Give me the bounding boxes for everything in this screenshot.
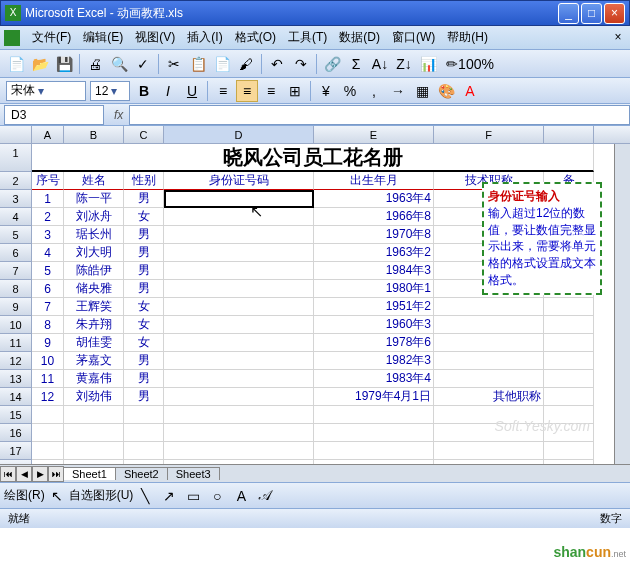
row-header[interactable]: 13 xyxy=(0,370,32,388)
cell[interactable]: 1980年1 xyxy=(314,280,434,298)
cell[interactable]: 男 xyxy=(124,280,164,298)
preview-button[interactable]: 🔍 xyxy=(108,53,130,75)
fontcolor-button[interactable]: A xyxy=(459,80,481,102)
zoom-button[interactable]: 100% xyxy=(465,53,487,75)
cell[interactable] xyxy=(544,298,594,316)
cell[interactable] xyxy=(164,298,314,316)
cell[interactable]: 1984年3 xyxy=(314,262,434,280)
cell[interactable] xyxy=(434,370,544,388)
select-arrow-button[interactable]: ↖ xyxy=(46,485,68,507)
menu-window[interactable]: 窗口(W) xyxy=(386,29,441,46)
rect-button[interactable]: ▭ xyxy=(182,485,204,507)
cell[interactable] xyxy=(544,442,594,460)
cell[interactable] xyxy=(434,460,544,464)
link-button[interactable]: 🔗 xyxy=(321,53,343,75)
align-left-button[interactable]: ≡ xyxy=(212,80,234,102)
row-header[interactable]: 17 xyxy=(0,442,32,460)
cell[interactable]: 王辉笑 xyxy=(64,298,124,316)
spreadsheet-grid[interactable]: A B C D E F 1晓风公司员工花名册2序号姓名性别身份证号码出生年月技术… xyxy=(0,126,630,464)
cell[interactable] xyxy=(164,190,314,208)
tab-nav-first[interactable]: ⏮ xyxy=(0,466,16,482)
maximize-button[interactable]: □ xyxy=(581,3,602,24)
sort-desc-button[interactable]: Z↓ xyxy=(393,53,415,75)
cell[interactable] xyxy=(164,406,314,424)
cell[interactable]: 8 xyxy=(32,316,64,334)
cell[interactable] xyxy=(164,388,314,406)
cell[interactable] xyxy=(544,460,594,464)
underline-button[interactable]: U xyxy=(181,80,203,102)
cell[interactable] xyxy=(164,352,314,370)
cell[interactable]: 序号 xyxy=(32,172,64,190)
cell[interactable] xyxy=(32,460,64,464)
cell[interactable] xyxy=(164,244,314,262)
col-header-g[interactable] xyxy=(544,126,594,143)
row-header[interactable]: 3 xyxy=(0,190,32,208)
cell[interactable] xyxy=(64,442,124,460)
cell[interactable] xyxy=(124,442,164,460)
cell[interactable]: 其他职称 xyxy=(434,388,544,406)
tab-nav-next[interactable]: ▶ xyxy=(32,466,48,482)
col-header-a[interactable]: A xyxy=(32,126,64,143)
row-header[interactable]: 15 xyxy=(0,406,32,424)
cell[interactable] xyxy=(164,442,314,460)
cell[interactable]: 1963年4 xyxy=(314,190,434,208)
autoshape-menu[interactable]: 自选图形(U) xyxy=(69,487,134,504)
row-header[interactable]: 9 xyxy=(0,298,32,316)
bold-button[interactable]: B xyxy=(133,80,155,102)
cell[interactable] xyxy=(32,406,64,424)
tab-sheet1[interactable]: Sheet1 xyxy=(63,467,116,480)
cell[interactable]: 女 xyxy=(124,208,164,226)
fx-label[interactable]: fx xyxy=(108,108,129,122)
cell[interactable] xyxy=(314,406,434,424)
cell[interactable]: 1960年3 xyxy=(314,316,434,334)
cell[interactable]: 男 xyxy=(124,244,164,262)
oval-button[interactable]: ○ xyxy=(206,485,228,507)
row-header[interactable]: 5 xyxy=(0,226,32,244)
cell[interactable]: 性别 xyxy=(124,172,164,190)
cell[interactable]: 男 xyxy=(124,190,164,208)
print-button[interactable]: 🖨 xyxy=(84,53,106,75)
merge-button[interactable]: ⊞ xyxy=(284,80,306,102)
cell[interactable]: 12 xyxy=(32,388,64,406)
cell[interactable]: 陈一平 xyxy=(64,190,124,208)
cell[interactable]: 9 xyxy=(32,334,64,352)
cell[interactable]: 黄嘉伟 xyxy=(64,370,124,388)
row-header[interactable]: 1 xyxy=(0,144,32,172)
arrow-button[interactable]: ↗ xyxy=(158,485,180,507)
cell[interactable] xyxy=(32,442,64,460)
cell[interactable]: 4 xyxy=(32,244,64,262)
cell[interactable]: 1978年6 xyxy=(314,334,434,352)
cell[interactable] xyxy=(544,388,594,406)
border-button[interactable]: ▦ xyxy=(411,80,433,102)
cell[interactable] xyxy=(434,316,544,334)
workbook-close-button[interactable]: × xyxy=(610,30,626,46)
minimize-button[interactable]: _ xyxy=(558,3,579,24)
cell[interactable]: 11 xyxy=(32,370,64,388)
cell[interactable] xyxy=(64,406,124,424)
cell[interactable] xyxy=(64,424,124,442)
cell[interactable]: 1951年2 xyxy=(314,298,434,316)
indent-button[interactable]: → xyxy=(387,80,409,102)
cell[interactable]: 姓名 xyxy=(64,172,124,190)
cell[interactable]: 刘大明 xyxy=(64,244,124,262)
cell[interactable] xyxy=(164,226,314,244)
cell[interactable] xyxy=(164,316,314,334)
cell[interactable]: 男 xyxy=(124,226,164,244)
col-header-f[interactable]: F xyxy=(434,126,544,143)
copy-button[interactable]: 📋 xyxy=(187,53,209,75)
row-header[interactable]: 14 xyxy=(0,388,32,406)
cell[interactable]: 陈皓伊 xyxy=(64,262,124,280)
cell[interactable] xyxy=(164,208,314,226)
fillcolor-button[interactable]: 🎨 xyxy=(435,80,457,102)
align-center-button[interactable]: ≡ xyxy=(236,80,258,102)
cell[interactable] xyxy=(434,334,544,352)
row-header[interactable]: 8 xyxy=(0,280,32,298)
cell[interactable] xyxy=(32,424,64,442)
select-all-corner[interactable] xyxy=(0,126,32,144)
cell[interactable] xyxy=(434,298,544,316)
cell[interactable]: 1 xyxy=(32,190,64,208)
open-button[interactable]: 📂 xyxy=(29,53,51,75)
line-button[interactable]: ╲ xyxy=(134,485,156,507)
cell[interactable]: 3 xyxy=(32,226,64,244)
col-header-d[interactable]: D xyxy=(164,126,314,143)
